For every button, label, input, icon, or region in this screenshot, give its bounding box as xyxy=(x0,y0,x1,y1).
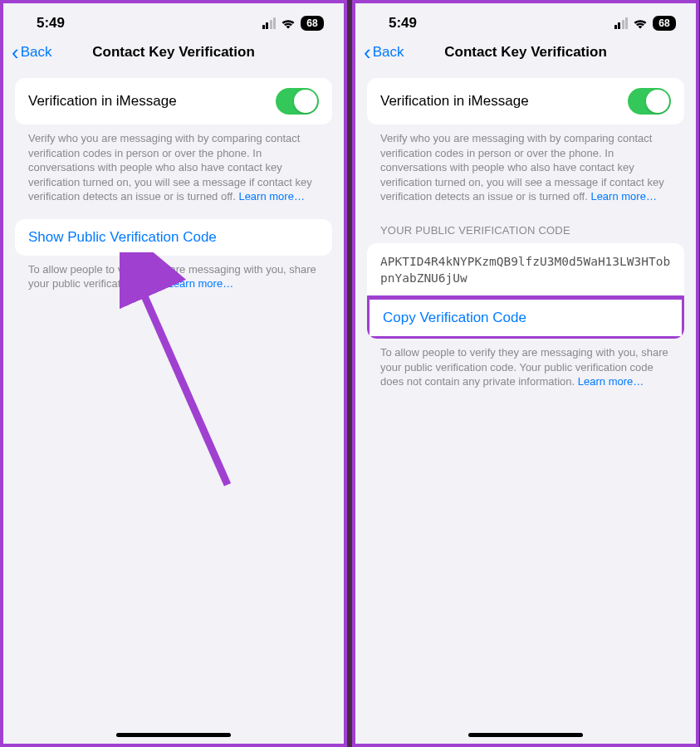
navigation-bar: ‹ Back Contact Key Verification xyxy=(3,35,344,73)
navigation-bar: ‹ Back Contact Key Verification xyxy=(355,35,696,73)
verification-toggle[interactable] xyxy=(628,88,671,115)
learn-more-link[interactable]: Learn more… xyxy=(168,277,233,290)
share-description: To allow people to verify they are messa… xyxy=(367,339,684,404)
chevron-left-icon: ‹ xyxy=(12,42,19,63)
status-icons: 68 xyxy=(262,16,325,31)
status-time: 5:49 xyxy=(389,15,417,32)
battery-icon: 68 xyxy=(653,16,676,31)
annotation-highlight: Copy Verification Code xyxy=(367,295,684,339)
verification-code-card: APKTID4R4kNYPKzmQB9lfzU3M0d5WaH13LW3HTob… xyxy=(367,243,684,339)
status-time: 5:49 xyxy=(37,15,65,32)
back-button[interactable]: ‹ Back xyxy=(364,42,404,63)
toggle-label: Verification in iMessage xyxy=(28,93,177,110)
home-indicator[interactable] xyxy=(116,733,231,737)
cellular-signal-icon xyxy=(262,17,277,29)
learn-more-link[interactable]: Learn more… xyxy=(238,190,304,203)
page-title: Contact Key Verification xyxy=(444,44,607,61)
status-icons: 68 xyxy=(614,16,677,31)
wifi-icon xyxy=(281,18,296,29)
verification-description: Verify who you are messaging with by com… xyxy=(15,124,332,219)
page-title: Contact Key Verification xyxy=(92,44,255,61)
copy-verification-code-button[interactable]: Copy Verification Code xyxy=(370,300,682,336)
toggle-label: Verification in iMessage xyxy=(380,93,529,110)
battery-icon: 68 xyxy=(301,16,324,31)
verification-toggle[interactable] xyxy=(276,88,319,115)
phone-screenshot-right: 5:49 68 ‹ Back Contact Key Verification … xyxy=(352,0,699,747)
show-code-card: Show Public Verification Code xyxy=(15,219,332,256)
verification-toggle-card: Verification in iMessage xyxy=(367,78,684,124)
learn-more-link[interactable]: Learn more… xyxy=(578,375,644,388)
phone-screenshot-left: 5:49 68 ‹ Back Contact Key Verification … xyxy=(0,0,347,747)
chevron-left-icon: ‹ xyxy=(364,42,371,63)
show-public-code-button[interactable]: Show Public Verification Code xyxy=(15,219,332,256)
learn-more-link[interactable]: Learn more… xyxy=(590,190,656,203)
code-section-header: YOUR PUBLIC VERIFICATION CODE xyxy=(367,219,684,243)
back-label: Back xyxy=(21,44,52,61)
verification-description: Verify who you are messaging with by com… xyxy=(367,124,684,219)
status-bar: 5:49 68 xyxy=(355,3,696,35)
home-indicator[interactable] xyxy=(468,733,583,737)
wifi-icon xyxy=(633,18,648,29)
share-description: To allow people to verify they are messa… xyxy=(15,256,332,306)
status-bar: 5:49 68 xyxy=(3,3,344,35)
cellular-signal-icon xyxy=(614,17,629,29)
verification-code-value: APKTID4R4kNYPKzmQB9lfzU3M0d5WaH13LW3HTob… xyxy=(367,243,684,298)
back-label: Back xyxy=(373,44,404,61)
back-button[interactable]: ‹ Back xyxy=(12,42,51,63)
verification-toggle-card: Verification in iMessage xyxy=(15,78,332,124)
